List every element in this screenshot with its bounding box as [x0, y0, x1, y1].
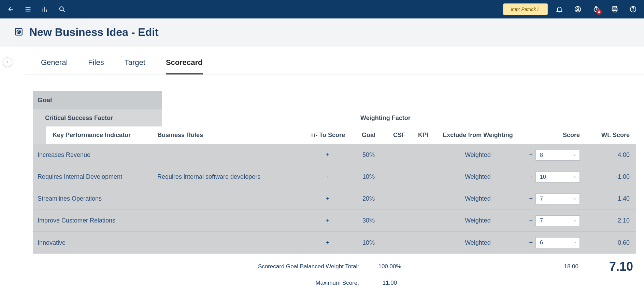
table-row: Improve Customer Relations + 30% Weighte… — [33, 210, 636, 232]
cell-csf — [387, 172, 411, 183]
svg-point-2 — [577, 8, 579, 10]
chevron-down-icon — [573, 197, 577, 201]
cell-score: + 6 — [520, 237, 582, 248]
cell-kpi — [411, 150, 435, 161]
col-pm-to-score: +/- To Score — [305, 126, 350, 144]
svg-point-0 — [60, 7, 63, 11]
cell-exclude: Weighted — [435, 172, 520, 183]
chevron-down-icon — [573, 219, 577, 223]
cell-csf — [387, 150, 411, 161]
score-select[interactable]: 7 — [535, 193, 580, 204]
svg-point-11 — [18, 31, 19, 32]
tabs: General Files Target Scorecard — [25, 46, 644, 75]
cell-exclude: Weighted — [435, 237, 520, 248]
score-select[interactable]: 10 — [535, 172, 580, 183]
cell-csf — [387, 215, 411, 226]
cell-score: - 10 — [520, 172, 582, 183]
impersonation-badge[interactable]: imp: Patrick I. — [503, 3, 548, 15]
tab-target[interactable]: Target — [125, 58, 145, 74]
svg-point-10 — [17, 30, 21, 33]
cell-score: + 7 — [520, 193, 582, 204]
score-select[interactable]: 8 — [535, 150, 580, 161]
chevron-down-icon — [573, 175, 577, 179]
cell-pm: + — [305, 237, 350, 248]
timer-button[interactable]: 4 — [589, 2, 603, 16]
cell-goal: 10% — [350, 237, 387, 248]
account-button[interactable] — [571, 2, 585, 16]
cell-kpi — [411, 193, 435, 204]
cell-exclude: Weighted — [435, 150, 520, 161]
print-button[interactable] — [608, 2, 621, 16]
score-value: 7 — [540, 218, 543, 224]
totals: Scorecard Goal Balanced Weight Total: 10… — [25, 258, 644, 291]
expand-sidebar-handle[interactable] — [3, 57, 12, 67]
col-exclude: Exclude from Weighting — [435, 126, 520, 144]
header-kpi-row: Key Performance Indicator Business Rules… — [33, 126, 636, 144]
cell-csf — [387, 237, 411, 248]
header-pad — [33, 126, 46, 144]
balanced-value: 100.00% — [369, 263, 410, 270]
table-row: Increases Revenue + 50% Weighted + 8 4.0… — [33, 144, 636, 166]
row-name[interactable]: Improve Customer Relations — [33, 217, 155, 224]
cell-exclude: Weighted — [435, 193, 520, 204]
topbar-left — [4, 2, 69, 16]
tab-general[interactable]: General — [41, 58, 68, 74]
max-label: Maximum Score: — [25, 280, 369, 286]
cell-rules — [155, 150, 305, 161]
page-title: New Business Idea - Edit — [29, 26, 159, 39]
score-value: 10 — [540, 174, 546, 180]
balanced-score: 18.00 — [527, 263, 585, 270]
row-name[interactable]: Increases Revenue — [33, 151, 155, 159]
row-name[interactable]: Streamlines Operations — [33, 195, 155, 202]
notif-count: 4 — [596, 9, 602, 15]
cell-pm: + — [305, 193, 350, 204]
content: General Files Target Scorecard Goal Crit… — [25, 46, 644, 291]
score-select[interactable]: 7 — [535, 215, 580, 226]
chart-button[interactable] — [38, 2, 52, 16]
header-weighting-factor: Weighting Factor — [162, 109, 636, 126]
table-row: Innovative + 10% Weighted + 6 0.60 — [33, 232, 636, 254]
col-business-rules: Business Rules — [155, 126, 305, 144]
score-value: 6 — [540, 240, 543, 246]
row-name[interactable]: Innovative — [33, 239, 155, 246]
chevron-down-icon — [573, 241, 577, 245]
help-button[interactable] — [626, 2, 640, 16]
cell-wt-score: 0.60 — [582, 237, 633, 248]
cell-wt-score: 1.40 — [582, 193, 633, 204]
score-sign: + — [529, 151, 533, 159]
max-value: 11.00 — [369, 280, 410, 286]
cell-goal: 10% — [350, 172, 387, 183]
cell-goal: 50% — [350, 150, 387, 161]
cell-pm: + — [305, 215, 350, 226]
bell-button[interactable] — [553, 2, 566, 16]
table-row: Streamlines Operations + 20% Weighted + … — [33, 188, 636, 210]
score-select[interactable]: 6 — [535, 237, 580, 248]
grand-total: 7.10 — [585, 259, 633, 274]
cell-goal: 20% — [350, 193, 387, 204]
svg-rect-9 — [15, 28, 22, 35]
header-cols-right: Business Rules +/- To Score Goal CSF KPI… — [155, 126, 636, 144]
cell-rules — [155, 215, 305, 226]
cell-exclude: Weighted — [435, 215, 520, 226]
back-button[interactable] — [4, 2, 18, 16]
score-sign: - — [531, 173, 533, 180]
row-name[interactable]: Requires Internal Development — [33, 173, 155, 180]
cell-csf — [387, 193, 411, 204]
cell-wt-score: -1.00 — [582, 172, 633, 183]
menu-button[interactable] — [21, 2, 35, 16]
table-row: Requires Internal Development Requires i… — [33, 166, 636, 188]
cell-kpi — [411, 215, 435, 226]
tab-files[interactable]: Files — [88, 58, 104, 74]
cell-rules — [155, 237, 305, 248]
header-csf-row: Critical Success Factor Weighting Factor — [33, 109, 636, 126]
cell-kpi — [411, 172, 435, 183]
rows-container: Increases Revenue + 50% Weighted + 8 4.0… — [33, 144, 636, 254]
balanced-label: Scorecard Goal Balanced Weight Total: — [25, 263, 369, 270]
search-button[interactable] — [55, 2, 69, 16]
cell-kpi — [411, 237, 435, 248]
cell-wt-score: 4.00 — [582, 150, 633, 161]
chevron-down-icon — [573, 153, 577, 157]
col-csf: CSF — [387, 126, 411, 144]
cell-score: + 7 — [520, 215, 582, 226]
tab-scorecard[interactable]: Scorecard — [166, 58, 203, 75]
